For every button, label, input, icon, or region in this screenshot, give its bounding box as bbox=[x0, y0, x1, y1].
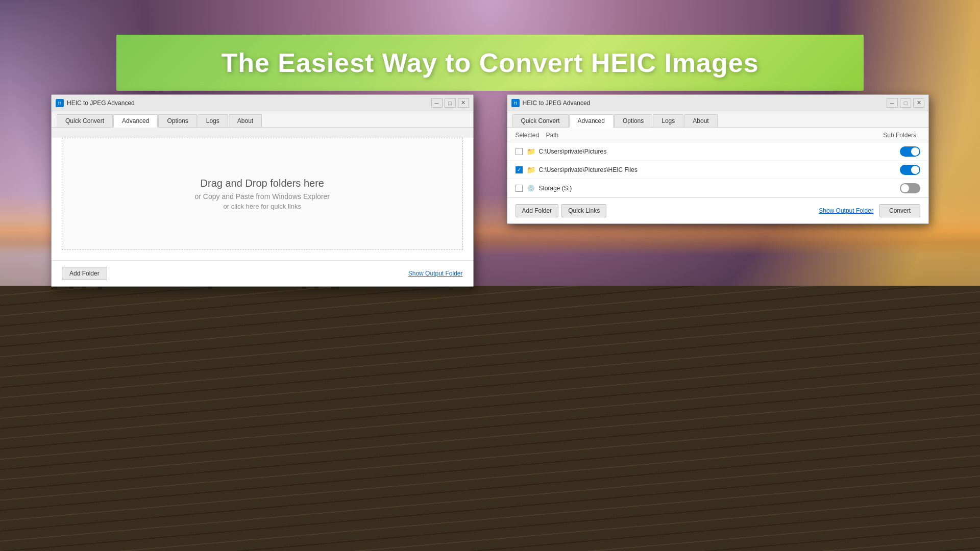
right-tab-about[interactable]: About bbox=[684, 114, 717, 127]
left-window-content: Drag and Drop folders here or Copy and P… bbox=[52, 138, 473, 286]
header-path: Path bbox=[546, 132, 884, 139]
drag-drop-zone[interactable]: Drag and Drop folders here or Copy and P… bbox=[62, 138, 463, 250]
right-tab-quick-convert[interactable]: Quick Convert bbox=[512, 114, 569, 127]
right-minimize-button[interactable]: ─ bbox=[887, 98, 898, 108]
right-add-folder-button[interactable]: Add Folder bbox=[516, 204, 559, 217]
folder-row-2: 📁 C:\Users\private\Pictures\HEIC Files bbox=[507, 161, 929, 179]
convert-button[interactable]: Convert bbox=[879, 204, 920, 217]
left-minimize-button[interactable]: ─ bbox=[431, 98, 443, 108]
folder-3-toggle[interactable] bbox=[900, 183, 920, 193]
folder-2-checkbox[interactable] bbox=[516, 166, 523, 173]
promo-banner: The Easiest Way to Convert HEIC Images bbox=[116, 35, 864, 91]
right-window-footer: Add Folder Quick Links Show Output Folde… bbox=[507, 197, 929, 223]
left-add-folder-button[interactable]: Add Folder bbox=[62, 267, 107, 280]
folder-1-path: C:\Users\private\Pictures bbox=[539, 148, 900, 155]
right-footer-right: Show Output Folder Convert bbox=[819, 204, 920, 217]
left-title-bar: H HEIC to JPEG Advanced ─ □ ✕ bbox=[52, 95, 473, 111]
left-app-icon: H bbox=[56, 99, 64, 107]
folder-3-path: Storage (S:) bbox=[539, 185, 900, 192]
right-tab-advanced[interactable]: Advanced bbox=[569, 114, 614, 128]
left-tab-logs[interactable]: Logs bbox=[198, 114, 228, 127]
left-tab-options[interactable]: Options bbox=[158, 114, 197, 127]
folder-2-icon: 📁 bbox=[527, 166, 536, 173]
header-selected: Selected bbox=[516, 132, 546, 139]
banner-text: The Easiest Way to Convert HEIC Images bbox=[221, 47, 758, 78]
right-tab-bar: Quick Convert Advanced Options Logs Abou… bbox=[507, 111, 929, 128]
right-tab-options[interactable]: Options bbox=[614, 114, 652, 127]
right-app-icon: H bbox=[511, 99, 520, 107]
left-tab-quick-convert[interactable]: Quick Convert bbox=[57, 114, 113, 127]
right-show-output-link[interactable]: Show Output Folder bbox=[819, 207, 873, 214]
folder-row-3: 💿 Storage (S:) bbox=[507, 179, 929, 197]
left-show-output-link[interactable]: Show Output Folder bbox=[408, 270, 463, 277]
header-subfolders: Sub Folders bbox=[883, 132, 920, 139]
right-window-title: HEIC to JPEG Advanced bbox=[523, 99, 887, 107]
folder-1-checkbox[interactable] bbox=[516, 148, 523, 155]
right-window-controls: ─ □ ✕ bbox=[887, 98, 924, 108]
left-window-footer: Add Folder Show Output Folder bbox=[52, 260, 473, 286]
folder-3-checkbox[interactable] bbox=[516, 185, 523, 192]
drag-sub-text: or Copy and Paste from Windows Explorer bbox=[194, 192, 330, 201]
right-window: H HEIC to JPEG Advanced ─ □ ✕ Quick Conv… bbox=[507, 94, 929, 224]
quick-links-button[interactable]: Quick Links bbox=[561, 204, 606, 217]
left-tab-advanced[interactable]: Advanced bbox=[113, 114, 158, 128]
windows-container: H HEIC to JPEG Advanced ─ □ ✕ Quick Conv… bbox=[51, 94, 929, 287]
folder-1-icon: 📁 bbox=[527, 148, 536, 155]
deck-background bbox=[0, 286, 980, 551]
folder-2-toggle[interactable] bbox=[900, 165, 920, 175]
left-window-controls: ─ □ ✕ bbox=[431, 98, 469, 108]
folder-action-buttons: Add Folder Quick Links bbox=[516, 204, 607, 217]
left-close-button[interactable]: ✕ bbox=[458, 98, 469, 108]
left-window: H HEIC to JPEG Advanced ─ □ ✕ Quick Conv… bbox=[51, 94, 474, 287]
right-maximize-button[interactable]: □ bbox=[900, 98, 911, 108]
left-window-title: HEIC to JPEG Advanced bbox=[67, 99, 431, 107]
right-title-bar: H HEIC to JPEG Advanced ─ □ ✕ bbox=[507, 95, 929, 111]
drag-main-text: Drag and Drop folders here bbox=[201, 178, 324, 189]
folder-row-1: 📁 C:\Users\private\Pictures bbox=[507, 142, 929, 161]
folder-1-toggle[interactable] bbox=[900, 146, 920, 157]
left-tab-about[interactable]: About bbox=[229, 114, 262, 127]
right-tab-logs[interactable]: Logs bbox=[653, 114, 683, 127]
folder-3-icon: 💿 bbox=[527, 185, 536, 192]
left-tab-bar: Quick Convert Advanced Options Logs Abou… bbox=[52, 111, 473, 128]
right-window-content: Selected Path Sub Folders 📁 C:\Users\pri… bbox=[507, 128, 929, 223]
drag-link-text[interactable]: or click here for quick links bbox=[224, 203, 301, 210]
folder-2-path: C:\Users\private\Pictures\HEIC Files bbox=[539, 166, 900, 173]
left-maximize-button[interactable]: □ bbox=[445, 98, 456, 108]
folder-list-header: Selected Path Sub Folders bbox=[507, 128, 929, 142]
right-close-button[interactable]: ✕ bbox=[913, 98, 924, 108]
